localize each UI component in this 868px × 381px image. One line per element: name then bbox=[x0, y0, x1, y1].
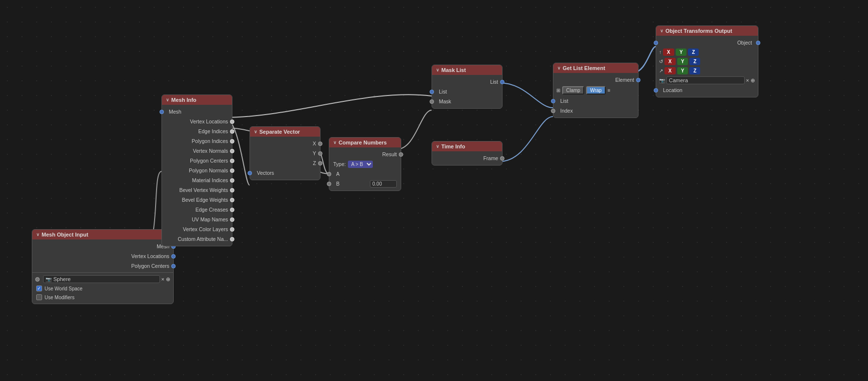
cn-input-b-socket[interactable] bbox=[327, 182, 331, 186]
cn-input-a-socket[interactable] bbox=[327, 172, 331, 176]
collapse-icon-time-info[interactable]: ∨ bbox=[436, 144, 439, 149]
ml-output-list-row: List bbox=[432, 77, 502, 87]
gle-input-index-label: Index bbox=[560, 108, 573, 114]
output-custom-attr-row: Custom Attribute Na... bbox=[162, 234, 232, 244]
mask-list-body: List List Mask bbox=[432, 75, 502, 108]
list-icon: ≡ bbox=[608, 88, 611, 93]
ml-input-mask-row: Mask bbox=[432, 96, 502, 106]
object-input-socket[interactable] bbox=[35, 277, 40, 282]
output-bevel-edge-socket[interactable] bbox=[230, 198, 234, 202]
collapse-icon[interactable]: ∨ bbox=[36, 232, 40, 237]
output-custom-attr-label: Custom Attribute Na... bbox=[178, 236, 228, 242]
output-edge-indices-label: Edge Indices bbox=[198, 128, 228, 134]
output-custom-attr-socket[interactable] bbox=[230, 237, 234, 241]
output-vertex-color-socket[interactable] bbox=[230, 227, 234, 232]
ml-input-list-row: List bbox=[432, 87, 502, 96]
y-btn-1[interactable]: Y bbox=[676, 48, 687, 56]
wrap-button[interactable]: Wrap bbox=[586, 86, 606, 95]
output-polygon-indices-socket[interactable] bbox=[230, 139, 234, 143]
ml-input-mask-socket[interactable] bbox=[430, 99, 434, 104]
mesh-info-body: Mesh Vertex Locations Edge Indices Polyg… bbox=[162, 105, 232, 246]
output-polygon-centers-socket[interactable] bbox=[230, 159, 234, 163]
use-world-space-checkbox[interactable]: ✓ bbox=[36, 286, 42, 291]
collapse-icon-sep-vec[interactable]: ∨ bbox=[254, 129, 257, 134]
use-world-space-label: Use World Space bbox=[45, 286, 83, 291]
x-btn-3[interactable]: X bbox=[664, 67, 676, 74]
oto-input-location-socket[interactable] bbox=[654, 88, 658, 93]
ml-input-list-socket[interactable] bbox=[430, 90, 434, 94]
gle-output-element-label: Element bbox=[615, 77, 634, 83]
collapse-icon-compare[interactable]: ∨ bbox=[333, 140, 337, 145]
output-material-indices-socket[interactable] bbox=[230, 178, 234, 183]
output-vertex-normals-socket[interactable] bbox=[230, 149, 234, 153]
z-btn-3[interactable]: Z bbox=[689, 67, 700, 74]
output-polygon-centers-row: Polygon Centers bbox=[162, 156, 232, 166]
output-vertex-normals-row: Vertex Normals bbox=[162, 146, 232, 156]
y-btn-2[interactable]: Y bbox=[677, 58, 688, 65]
cn-input-b-row: B bbox=[329, 179, 401, 189]
get-list-element-header: ∨ Get List Element bbox=[553, 63, 638, 73]
output-edge-creases-row: Edge Creases bbox=[162, 205, 232, 214]
sv-output-y-label: Y bbox=[313, 150, 316, 156]
output-edge-indices-row: Edge Indices bbox=[162, 126, 232, 136]
cn-output-result-row: Result bbox=[329, 149, 401, 159]
output-uvmap-socket[interactable] bbox=[230, 217, 234, 222]
output-polygon-centers-label: Polygon Centers bbox=[190, 158, 228, 164]
sv-input-vectors-socket[interactable] bbox=[248, 171, 252, 175]
clear-icon[interactable]: × bbox=[161, 276, 164, 282]
use-modifiers-checkbox[interactable] bbox=[36, 294, 42, 300]
cn-type-row: Type: A > B bbox=[329, 159, 401, 169]
object-value: Sphere bbox=[53, 276, 70, 282]
input-mesh-label: Mesh bbox=[169, 109, 182, 115]
oto-output-object-socket[interactable] bbox=[756, 41, 760, 45]
output-polygon-normals-socket[interactable] bbox=[230, 168, 234, 173]
clamp-icon: ⊞ bbox=[556, 88, 560, 93]
gle-input-list-socket[interactable] bbox=[551, 99, 555, 103]
cn-output-result-socket[interactable] bbox=[399, 152, 403, 157]
ti-output-frame-socket[interactable] bbox=[500, 156, 504, 161]
collapse-icon-mesh-info[interactable]: ∨ bbox=[166, 97, 169, 102]
output-edge-creases-socket[interactable] bbox=[230, 208, 234, 212]
rotate-icon: ↺ bbox=[659, 59, 663, 64]
output-polygon-centers-socket[interactable] bbox=[171, 264, 176, 268]
use-modifiers-label: Use Modifiers bbox=[45, 295, 74, 300]
sv-input-vectors-row: Vectors bbox=[250, 168, 320, 178]
output-edge-indices-socket[interactable] bbox=[230, 129, 234, 134]
output-bevel-vertex-label: Bevel Vertex Weights bbox=[179, 187, 228, 193]
sv-output-y-socket[interactable] bbox=[318, 151, 322, 156]
gle-output-element-socket[interactable] bbox=[636, 78, 640, 82]
ml-output-list-socket[interactable] bbox=[500, 80, 504, 84]
collapse-icon-mask-list[interactable]: ∨ bbox=[436, 68, 439, 72]
cn-b-input[interactable] bbox=[370, 180, 397, 188]
camera-input-box[interactable]: Camera bbox=[666, 76, 745, 84]
y-btn-3[interactable]: Y bbox=[677, 67, 688, 74]
gle-input-index-socket[interactable] bbox=[551, 109, 555, 113]
output-polygon-normals-label: Polygon Normals bbox=[189, 167, 228, 173]
output-vertex-locations-socket[interactable] bbox=[171, 254, 176, 259]
eyedropper-icon[interactable]: ⊕ bbox=[166, 276, 170, 283]
z-btn-1[interactable]: Z bbox=[688, 48, 699, 56]
collapse-icon-gle[interactable]: ∨ bbox=[557, 66, 561, 71]
z-btn-2[interactable]: Z bbox=[689, 58, 700, 65]
cn-type-select[interactable]: A > B bbox=[348, 161, 373, 168]
sv-output-z-socket[interactable] bbox=[318, 161, 322, 166]
clamp-button[interactable]: Clamp bbox=[562, 86, 584, 95]
mesh-info-title: Mesh Info bbox=[171, 97, 196, 103]
separate-vector-title: Separate Vector bbox=[259, 129, 300, 135]
mesh-object-input-node: ∨ Mesh Object Input Mesh Vertex Location… bbox=[32, 229, 174, 304]
eyedropper-camera-icon[interactable]: ⊕ bbox=[751, 77, 755, 84]
output-bevel-vertex-socket[interactable] bbox=[230, 188, 234, 192]
mesh-object-input-header: ∨ Mesh Object Input bbox=[32, 230, 173, 239]
input-mesh-socket[interactable] bbox=[160, 110, 164, 114]
x-btn-1[interactable]: X bbox=[663, 48, 674, 56]
compare-numbers-node: ∨ Compare Numbers Result Type: A > B A B bbox=[329, 137, 401, 191]
collapse-icon-oto[interactable]: ∨ bbox=[660, 28, 663, 33]
separate-vector-node: ∨ Separate Vector X Y Z Vectors bbox=[250, 126, 320, 180]
close-camera-icon[interactable]: × bbox=[746, 77, 749, 83]
time-info-title: Time Info bbox=[441, 143, 465, 149]
oto-input-object-socket[interactable] bbox=[654, 41, 658, 45]
output-vertex-locs-socket[interactable] bbox=[230, 119, 234, 124]
x-btn-2[interactable]: X bbox=[664, 58, 676, 65]
object-input-box[interactable]: 📷 Sphere bbox=[43, 275, 160, 283]
sv-output-x-socket[interactable] bbox=[318, 142, 322, 146]
